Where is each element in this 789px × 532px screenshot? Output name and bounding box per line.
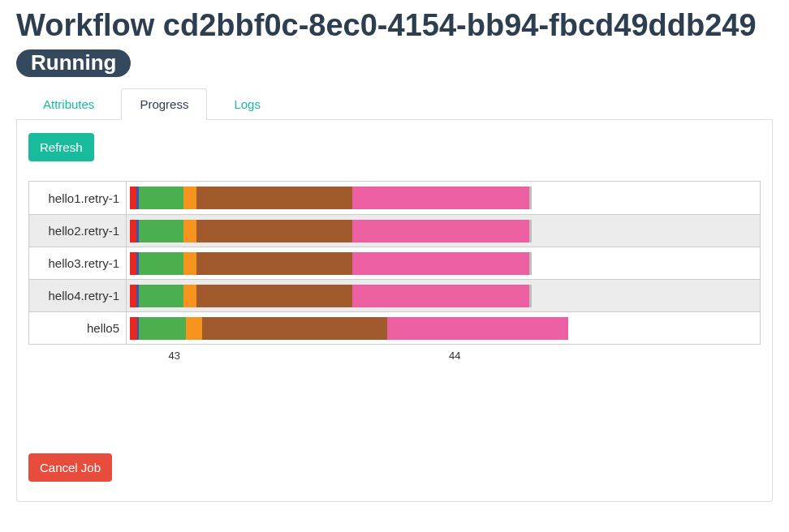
gantt-segment-stage-d: [183, 220, 196, 242]
gantt-segment-stage-a: [130, 187, 136, 209]
gantt-segment-stage-g: [529, 252, 532, 275]
gantt-row-label: hello3.retry-1: [29, 247, 127, 279]
gantt-row-track[interactable]: [127, 280, 760, 311]
status-badge: Running: [16, 49, 131, 77]
tab-logs[interactable]: Logs: [215, 88, 279, 120]
gantt-segment-stage-c: [139, 187, 183, 209]
gantt-bar: [130, 285, 632, 307]
gantt-segment-stage-f: [387, 317, 568, 340]
refresh-button[interactable]: Refresh: [28, 133, 94, 161]
gantt-segment-stage-e: [196, 285, 352, 307]
gantt-segment-stage-e: [202, 317, 388, 340]
gantt-bar: [130, 220, 632, 242]
gantt-segment-stage-e: [196, 252, 352, 275]
axis-tick: 44: [449, 350, 460, 362]
gantt-segment-stage-f: [352, 252, 530, 275]
page-title: Workflow cd2bbf0c-8ec0-4154-bb94-fbcd49d…: [16, 8, 773, 79]
gantt-segment-stage-a: [130, 317, 137, 340]
gantt-segment-stage-g: [529, 220, 532, 242]
title-prefix: Workflow: [16, 8, 163, 42]
gantt-segment-stage-c: [139, 220, 183, 242]
tab-progress[interactable]: Progress: [121, 88, 207, 120]
gantt-segment-stage-e: [196, 220, 352, 242]
gantt-row: hello1.retry-1: [29, 182, 760, 214]
tab-attributes[interactable]: Attributes: [24, 88, 113, 120]
gantt-segment-stage-c: [139, 252, 183, 275]
gantt-segment-stage-g: [529, 187, 532, 209]
gantt-row-label: hello4.retry-1: [29, 280, 127, 311]
workflow-id: cd2bbf0c-8ec0-4154-bb94-fbcd49ddb249: [163, 8, 757, 42]
gantt-segment-stage-d: [183, 285, 196, 307]
gantt-row: hello5: [29, 311, 760, 344]
gantt-row-track[interactable]: [127, 182, 760, 214]
gantt-segment-stage-f: [352, 187, 530, 209]
gantt-bar: [130, 187, 632, 209]
x-axis: 4344: [127, 345, 761, 364]
gantt-segment-stage-f: [352, 220, 530, 242]
gantt-bar: [130, 317, 654, 340]
gantt-row: hello2.retry-1: [29, 214, 760, 247]
gantt-chart: hello1.retry-1hello2.retry-1hello3.retry…: [28, 181, 761, 345]
gantt-segment-stage-d: [186, 317, 202, 340]
gantt-segment-stage-d: [183, 187, 196, 209]
gantt-segment-stage-a: [130, 285, 136, 307]
gantt-row: hello4.retry-1: [29, 279, 760, 311]
gantt-bar: [130, 252, 632, 275]
gantt-segment-stage-a: [130, 252, 136, 275]
gantt-segment-stage-f: [352, 285, 530, 307]
gantt-row-track[interactable]: [127, 312, 760, 344]
cancel-job-button[interactable]: Cancel Job: [28, 453, 112, 482]
gantt-row-label: hello5: [29, 312, 127, 344]
gantt-segment-stage-c: [139, 317, 185, 340]
gantt-row-label: hello1.retry-1: [29, 182, 127, 214]
gantt-row: hello3.retry-1: [29, 247, 760, 279]
gantt-segment-stage-a: [130, 220, 136, 242]
gantt-row-track[interactable]: [127, 215, 760, 247]
axis-tick: 43: [169, 350, 180, 362]
gantt-segment-stage-d: [183, 252, 196, 275]
gantt-segment-stage-g: [529, 285, 532, 307]
tab-bar: AttributesProgressLogs: [16, 88, 773, 120]
progress-panel: Refresh hello1.retry-1hello2.retry-1hell…: [16, 120, 773, 502]
gantt-segment-stage-c: [139, 285, 183, 307]
gantt-segment-stage-e: [196, 187, 352, 209]
gantt-row-track[interactable]: [127, 247, 760, 279]
gantt-row-label: hello2.retry-1: [29, 215, 127, 247]
